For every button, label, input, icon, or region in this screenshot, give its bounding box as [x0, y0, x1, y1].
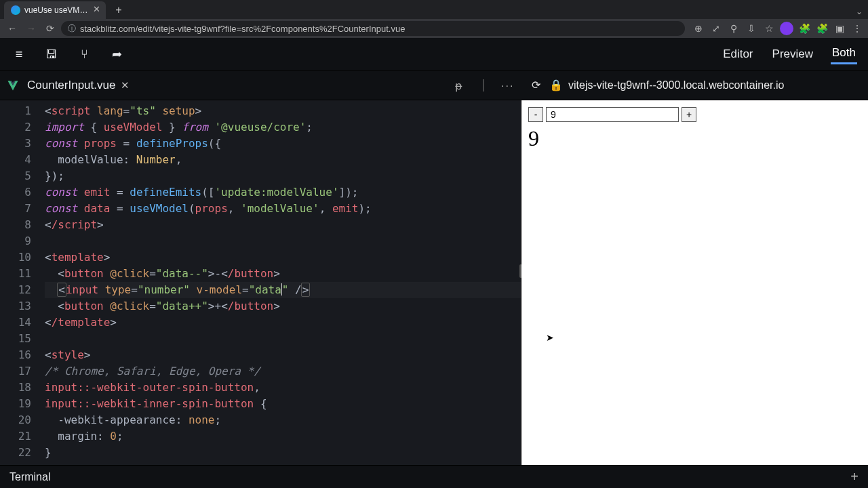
- search-icon[interactable]: ⚲: [727, 22, 741, 35]
- extension-purple-icon[interactable]: [780, 22, 793, 35]
- downloads-icon[interactable]: ⇩: [745, 22, 758, 35]
- code-line[interactable]: const emit = defineEmits(['update:modelV…: [45, 184, 521, 201]
- code-line[interactable]: [45, 331, 521, 347]
- nav-reload-icon[interactable]: ⟳: [42, 20, 58, 37]
- counter-row: - +: [528, 107, 861, 122]
- line-number: 22: [0, 445, 31, 461]
- code-line[interactable]: });: [45, 168, 521, 184]
- nav-forward-icon: →: [23, 20, 39, 37]
- kebab-menu-icon[interactable]: ⋮: [850, 22, 864, 35]
- code-line[interactable]: <button @click="data++">+</button>: [45, 298, 521, 314]
- panel-icon[interactable]: ▣: [833, 22, 846, 35]
- line-number: 8: [0, 217, 31, 233]
- code-line[interactable]: margin: 0;: [45, 428, 521, 445]
- line-number: 11: [0, 266, 31, 282]
- browser-tab[interactable]: vueUse useVModel (end actu… ✕: [4, 1, 106, 19]
- code-line[interactable]: </template>: [45, 314, 521, 331]
- omnibox-url: stackblitz.com/edit/vitejs-vite-tg9wnf?f…: [80, 24, 405, 34]
- line-number: 1: [0, 103, 31, 119]
- line-number: 13: [0, 298, 31, 314]
- editor-code[interactable]: <script lang="ts" setup>import { useVMod…: [41, 100, 521, 465]
- code-line[interactable]: const props = defineProps({: [45, 136, 521, 152]
- terminal-add-icon[interactable]: +: [850, 469, 859, 485]
- terminal-bar[interactable]: Terminal +: [0, 465, 868, 488]
- tab-title: vueUse useVModel (end actu…: [24, 5, 89, 15]
- code-line[interactable]: }: [45, 445, 521, 461]
- code-line[interactable]: <template>: [45, 249, 521, 266]
- editor-tab[interactable]: CounterInput.vue ✕: [27, 79, 130, 92]
- line-number: 21: [0, 428, 31, 445]
- code-line[interactable]: /* Chrome, Safari, Edge, Opera */: [45, 363, 521, 380]
- browser-chrome: vueUse useVModel (end actu… ✕ + ⌄ ← → ⟳ …: [0, 0, 868, 38]
- nav-back-icon[interactable]: ←: [4, 20, 20, 37]
- line-number: 19: [0, 396, 31, 412]
- line-number: 15: [0, 331, 31, 347]
- menu-icon[interactable]: ≡: [11, 46, 27, 62]
- editor-more-icon[interactable]: ···: [500, 79, 514, 92]
- tab-close-icon[interactable]: ✕: [93, 5, 100, 15]
- line-number: 18: [0, 380, 31, 396]
- mouse-cursor-icon: ➤: [546, 332, 554, 343]
- toolbar-right-icons: ⊕ ⤢ ⚲ ⇩ ☆ 🧩 🧩 ▣ ⋮: [688, 22, 864, 35]
- code-line[interactable]: -webkit-appearance: none;: [45, 412, 521, 428]
- split-editor-icon[interactable]: [476, 79, 490, 92]
- secondary-bar: CounterInput.vue ✕ ᵽ ··· ⟳ 🔒 vitejs-vite…: [0, 70, 868, 100]
- extensions-icon[interactable]: 🧩: [797, 22, 811, 35]
- line-number: 7: [0, 201, 31, 217]
- preview-url-bar[interactable]: 🔒 vitejs-vite-tg9wnf--3000.local.webcont…: [549, 79, 784, 92]
- extensions2-icon[interactable]: 🧩: [815, 22, 829, 35]
- code-line[interactable]: const data = useVModel(props, 'modelValu…: [45, 201, 521, 217]
- prettier-icon[interactable]: ᵽ: [452, 79, 465, 92]
- view-editor[interactable]: Editor: [722, 45, 754, 64]
- zoom-icon[interactable]: ⤢: [709, 22, 723, 35]
- install-app-icon[interactable]: ⊕: [692, 22, 705, 35]
- share-icon[interactable]: ➦: [108, 46, 125, 62]
- counter-display: 9: [528, 126, 861, 151]
- line-number: 2: [0, 119, 31, 136]
- line-number: 14: [0, 314, 31, 331]
- view-both[interactable]: Both: [831, 43, 857, 64]
- new-tab-button[interactable]: +: [111, 3, 126, 18]
- vue-file-icon: [7, 79, 19, 92]
- lock-icon: 🔒: [549, 79, 563, 92]
- line-number: 5: [0, 168, 31, 184]
- line-number: 6: [0, 184, 31, 201]
- decrement-button[interactable]: -: [528, 107, 543, 122]
- code-line[interactable]: [45, 233, 521, 249]
- bookmark-icon[interactable]: ☆: [762, 22, 776, 35]
- line-number: 16: [0, 347, 31, 363]
- tab-favicon: [11, 5, 20, 15]
- editor-tab-close-icon[interactable]: ✕: [121, 79, 130, 92]
- code-line[interactable]: input::-webkit-inner-spin-button {: [45, 396, 521, 412]
- code-line[interactable]: modelValue: Number,: [45, 152, 521, 168]
- preview-pane: - + 9 ➤: [521, 100, 868, 465]
- code-line[interactable]: import { useVModel } from '@vueuse/core'…: [45, 119, 521, 136]
- line-number: 17: [0, 363, 31, 380]
- editor-gutter: 12345678910111213141516171819202122: [0, 100, 41, 465]
- preview-reload-icon[interactable]: ⟳: [529, 79, 542, 92]
- tab-strip: vueUse useVModel (end actu… ✕ + ⌄: [0, 0, 868, 19]
- editor-tab-label: CounterInput.vue: [27, 79, 115, 92]
- line-number: 4: [0, 152, 31, 168]
- site-info-icon[interactable]: ⓘ: [68, 23, 76, 35]
- fork-icon[interactable]: ⑂: [76, 46, 92, 62]
- save-icon[interactable]: 🖫: [43, 46, 60, 62]
- code-line[interactable]: </script>: [45, 217, 521, 233]
- app-header: ≡ 🖫 ⑂ ➦ Editor Preview Both: [0, 38, 868, 70]
- address-bar: ← → ⟳ ⓘ stackblitz.com/edit/vitejs-vite-…: [0, 19, 868, 38]
- tabs-overflow-icon[interactable]: ⌄: [856, 7, 863, 16]
- code-line[interactable]: <input type="number" v-model="data" />: [45, 282, 521, 298]
- code-line[interactable]: <script lang="ts" setup>: [45, 103, 521, 119]
- code-line[interactable]: input::-webkit-outer-spin-button,: [45, 380, 521, 396]
- increment-button[interactable]: +: [682, 107, 696, 122]
- counter-input[interactable]: [546, 107, 679, 122]
- omnibox[interactable]: ⓘ stackblitz.com/edit/vitejs-vite-tg9wnf…: [61, 21, 685, 36]
- view-preview[interactable]: Preview: [771, 45, 814, 64]
- terminal-label: Terminal: [9, 471, 50, 483]
- code-editor[interactable]: 12345678910111213141516171819202122 <scr…: [0, 100, 521, 465]
- preview-url-text: vitejs-vite-tg9wnf--3000.local.webcontai…: [568, 79, 784, 92]
- code-line[interactable]: <button @click="data--">-</button>: [45, 266, 521, 282]
- code-line[interactable]: <style>: [45, 347, 521, 363]
- workspace: 12345678910111213141516171819202122 <scr…: [0, 100, 868, 465]
- line-number: 3: [0, 136, 31, 152]
